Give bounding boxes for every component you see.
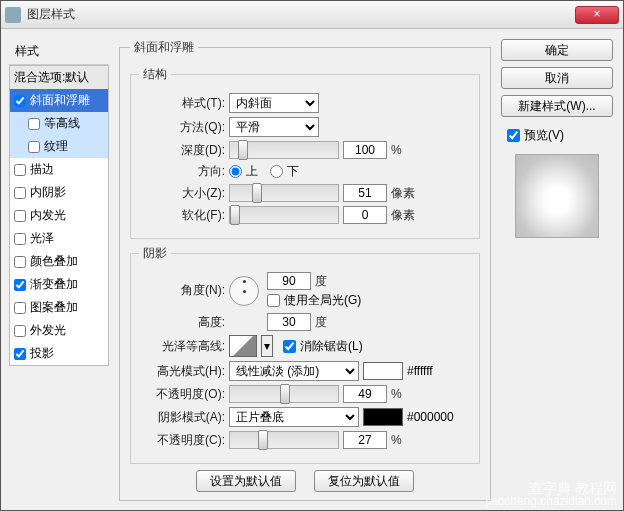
style-row-inner-shadow[interactable]: 内阴影 — [10, 181, 108, 204]
shadow-color-swatch[interactable] — [363, 408, 403, 426]
shadow-mode-label: 阴影模式(A): — [139, 409, 225, 426]
shading-legend: 阴影 — [139, 245, 171, 262]
global-light-label: 使用全局光(G) — [284, 292, 361, 309]
outer-glow-checkbox[interactable] — [14, 325, 26, 337]
gradient-overlay-checkbox[interactable] — [14, 279, 26, 291]
antialias-label: 消除锯齿(L) — [300, 338, 363, 355]
styles-header: 样式 — [9, 39, 109, 65]
highlight-color-hex: #ffffff — [407, 364, 433, 378]
soften-value[interactable]: 0 — [343, 206, 387, 224]
ok-button[interactable]: 确定 — [501, 39, 613, 61]
dialog-body: 样式 混合选项:默认 斜面和浮雕 等高线 纹理 描边 内阴影 内发光 光泽 颜色… — [1, 29, 623, 484]
structure-group: 结构 样式(T): 内斜面 方法(Q): 平滑 深度(D): 100 % — [130, 66, 480, 239]
style-row-outer-glow[interactable]: 外发光 — [10, 319, 108, 342]
layer-style-dialog: 图层样式 × 样式 混合选项:默认 斜面和浮雕 等高线 纹理 描边 内阴影 内发… — [0, 0, 624, 511]
depth-label: 深度(D): — [139, 142, 225, 159]
style-row-texture[interactable]: 纹理 — [10, 135, 108, 158]
bevel-group: 斜面和浮雕 结构 样式(T): 内斜面 方法(Q): 平滑 深度(D): 100 — [119, 39, 491, 501]
style-row-drop-shadow[interactable]: 投影 — [10, 342, 108, 365]
texture-checkbox[interactable] — [28, 141, 40, 153]
soften-slider[interactable] — [229, 206, 339, 224]
shadow-color-hex: #000000 — [407, 410, 454, 424]
depth-slider[interactable] — [229, 141, 339, 159]
highlight-mode-select[interactable]: 线性减淡 (添加) — [229, 361, 359, 381]
new-style-button[interactable]: 新建样式(W)... — [501, 95, 613, 117]
direction-down-radio[interactable] — [270, 165, 283, 178]
shadow-opacity-label: 不透明度(C): — [139, 432, 225, 449]
shadow-opacity-slider[interactable] — [229, 431, 339, 449]
style-row-bevel[interactable]: 斜面和浮雕 — [10, 89, 108, 112]
preview-thumbnail — [515, 154, 599, 238]
style-row-gradient-overlay[interactable]: 渐变叠加 — [10, 273, 108, 296]
angle-value[interactable]: 90 — [267, 272, 311, 290]
highlight-opacity-label: 不透明度(O): — [139, 386, 225, 403]
style-row-contour[interactable]: 等高线 — [10, 112, 108, 135]
highlight-mode-label: 高光模式(H): — [139, 363, 225, 380]
style-row-inner-glow[interactable]: 内发光 — [10, 204, 108, 227]
technique-select[interactable]: 平滑 — [229, 117, 319, 137]
contour-checkbox[interactable] — [28, 118, 40, 130]
structure-legend: 结构 — [139, 66, 171, 83]
size-slider[interactable] — [229, 184, 339, 202]
window-title: 图层样式 — [27, 6, 575, 23]
size-value[interactable]: 51 — [343, 184, 387, 202]
style-select[interactable]: 内斜面 — [229, 93, 319, 113]
shadow-mode-select[interactable]: 正片叠底 — [229, 407, 359, 427]
bevel-legend: 斜面和浮雕 — [130, 39, 198, 56]
pattern-overlay-checkbox[interactable] — [14, 302, 26, 314]
size-label: 大小(Z): — [139, 185, 225, 202]
inner-shadow-checkbox[interactable] — [14, 187, 26, 199]
inner-glow-checkbox[interactable] — [14, 210, 26, 222]
cancel-button[interactable]: 取消 — [501, 67, 613, 89]
color-overlay-checkbox[interactable] — [14, 256, 26, 268]
drop-shadow-checkbox[interactable] — [14, 348, 26, 360]
bevel-checkbox[interactable] — [14, 95, 26, 107]
altitude-value[interactable]: 30 — [267, 313, 311, 331]
global-light-checkbox[interactable] — [267, 294, 280, 307]
watermark: 查字典 教程网 jiaocheng.chazidian.com — [486, 482, 617, 508]
reset-default-button[interactable]: 复位为默认值 — [314, 470, 414, 492]
styles-list: 混合选项:默认 斜面和浮雕 等高线 纹理 描边 内阴影 内发光 光泽 颜色叠加 … — [9, 65, 109, 366]
gloss-contour-dropdown[interactable]: ▾ — [261, 335, 273, 357]
app-icon — [5, 7, 21, 23]
antialias-checkbox[interactable] — [283, 340, 296, 353]
highlight-opacity-slider[interactable] — [229, 385, 339, 403]
depth-value[interactable]: 100 — [343, 141, 387, 159]
style-row-pattern-overlay[interactable]: 图案叠加 — [10, 296, 108, 319]
soften-label: 软化(F): — [139, 207, 225, 224]
styles-column: 样式 混合选项:默认 斜面和浮雕 等高线 纹理 描边 内阴影 内发光 光泽 颜色… — [9, 39, 109, 476]
make-default-button[interactable]: 设置为默认值 — [196, 470, 296, 492]
highlight-opacity-value[interactable]: 49 — [343, 385, 387, 403]
settings-column: 斜面和浮雕 结构 样式(T): 内斜面 方法(Q): 平滑 深度(D): 100 — [119, 39, 491, 476]
direction-up-radio[interactable] — [229, 165, 242, 178]
angle-dial[interactable] — [229, 276, 259, 306]
gloss-contour-label: 光泽等高线: — [139, 338, 225, 355]
stroke-checkbox[interactable] — [14, 164, 26, 176]
style-row-color-overlay[interactable]: 颜色叠加 — [10, 250, 108, 273]
style-row-satin[interactable]: 光泽 — [10, 227, 108, 250]
technique-label: 方法(Q): — [139, 119, 225, 136]
close-button[interactable]: × — [575, 6, 619, 24]
shadow-opacity-value[interactable]: 27 — [343, 431, 387, 449]
preview-label: 预览(V) — [524, 127, 564, 144]
blending-options-row[interactable]: 混合选项:默认 — [10, 66, 108, 89]
preview-checkbox[interactable] — [507, 129, 520, 142]
shading-group: 阴影 角度(N): 90 度 使用全局光(G) — [130, 245, 480, 464]
action-column: 确定 取消 新建样式(W)... 预览(V) — [501, 39, 613, 476]
satin-checkbox[interactable] — [14, 233, 26, 245]
titlebar[interactable]: 图层样式 × — [1, 1, 623, 29]
style-row-stroke[interactable]: 描边 — [10, 158, 108, 181]
altitude-label: 高度: — [139, 314, 225, 331]
style-label: 样式(T): — [139, 95, 225, 112]
gloss-contour-picker[interactable] — [229, 335, 257, 357]
angle-label: 角度(N): — [139, 282, 225, 299]
direction-label: 方向: — [139, 163, 225, 180]
highlight-color-swatch[interactable] — [363, 362, 403, 380]
